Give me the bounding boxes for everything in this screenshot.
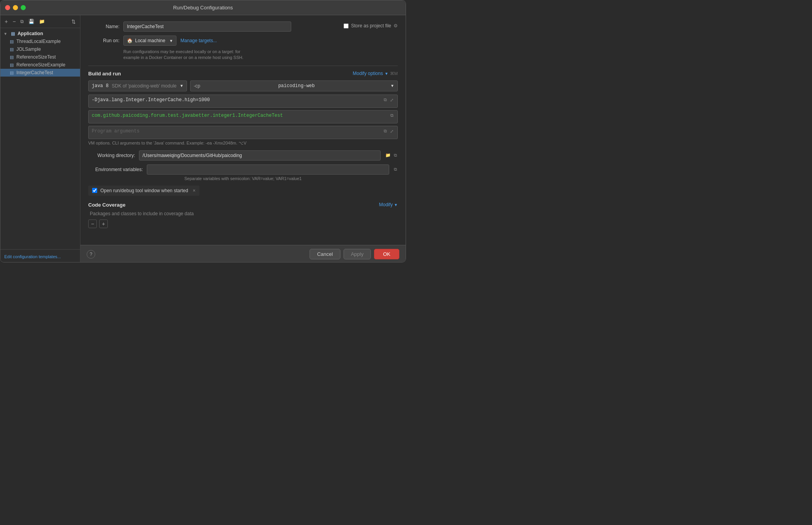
remove-config-button[interactable]: − [11, 18, 17, 25]
cp-value: paicoding-web [278, 83, 315, 89]
save-config-button[interactable]: 💾 [27, 18, 36, 25]
tree-threadlocal-label: ThreadLocalExample [16, 39, 61, 44]
open-tool-window-label: Open run/debug tool window when started [100, 188, 188, 193]
store-gear-icon[interactable]: ⚙ [394, 23, 398, 29]
name-store-row: Name: Store as project file ⚙ [88, 21, 398, 32]
content-area: Name: Store as project file ⚙ Run on: 🏠 … [80, 15, 406, 262]
working-dir-label: Working directory: [88, 153, 135, 158]
store-project-checkbox[interactable] [344, 23, 349, 29]
modify-options-shortcut: ⌘M [390, 71, 398, 76]
vm-args-copy-icon[interactable]: ⧉ [383, 97, 388, 103]
close-button[interactable] [5, 5, 10, 10]
run-on-row: Run on: 🏠 Local machine ▼ Manage targets… [88, 36, 398, 46]
sdk-chevron-icon: ▼ [180, 84, 183, 88]
title-bar: Run/Debug Configurations [0, 0, 406, 15]
working-dir-icons: 📁 ⧉ [385, 152, 398, 158]
vm-args-expand-icon[interactable]: ⤢ [389, 97, 394, 103]
coverage-remove-button[interactable]: − [88, 220, 97, 228]
env-hint: Separate variables with semicolon: VAR=v… [88, 176, 398, 181]
working-dir-input[interactable] [139, 150, 381, 161]
tree-jolsample-label: JOLSample [16, 46, 41, 52]
sort-config-button[interactable]: ⇅ [70, 18, 77, 25]
store-project-row: Store as project file ⚙ [344, 21, 398, 29]
working-dir-row: Working directory: 📁 ⧉ [88, 150, 398, 161]
traffic-lights [5, 5, 26, 10]
maximize-button[interactable] [21, 5, 26, 10]
threadlocal-folder-icon: ▤ [9, 39, 14, 44]
modify-options-button[interactable]: Modify options ▼ [353, 71, 388, 76]
env-vars-label: Environment variables: [88, 167, 143, 172]
packages-hint: Packages and classes to include in cover… [88, 211, 398, 216]
referencesizeexample-folder-icon: ▤ [9, 62, 14, 68]
sdk-suffix: SDK of 'paicoding-web' module [112, 83, 176, 89]
sdk-label: java 8 [92, 83, 109, 89]
tree-item-referencesizeexample[interactable]: ▤ ReferenceSizeExample [0, 61, 80, 69]
vm-args-icons: ⧉ ⤢ [383, 97, 394, 103]
modify-options-label: Modify options [353, 71, 383, 76]
cp-prefix: -cp [194, 83, 200, 89]
tree-integercachetest-label: IntegerCacheTest [16, 70, 53, 75]
main-class-field[interactable]: com.github.paicoding.forum.test.javabett… [88, 110, 398, 123]
program-args-field[interactable]: Program arguments ⧉ ⤢ [88, 126, 398, 139]
minimize-button[interactable] [13, 5, 18, 10]
store-project-label: Store as project file [351, 23, 391, 29]
open-tool-window-checkbox[interactable] [92, 188, 97, 193]
tree-item-integercachetest[interactable]: ▤ IntegerCacheTest [0, 69, 80, 77]
divider-1 [88, 66, 398, 66]
add-config-button[interactable]: + [4, 18, 9, 25]
copy-config-button[interactable]: ⧉ [19, 18, 25, 25]
working-dir-browse-icon[interactable]: 📁 [385, 152, 392, 158]
tree-item-application[interactable]: ▼ ▤ Application [0, 30, 80, 38]
open-tool-window-close-icon[interactable]: × [193, 188, 196, 193]
coverage-add-button[interactable]: + [99, 220, 108, 228]
vm-args-field[interactable]: -Djava.lang.Integer.IntegerCache.high=10… [88, 95, 398, 108]
ok-button[interactable]: OK [374, 249, 399, 259]
tree-item-jolsample[interactable]: ▤ JOLSample [0, 45, 80, 53]
bottom-bar: ? Cancel Apply OK [80, 245, 406, 262]
name-label: Name: [88, 24, 119, 29]
main-class-value: com.github.paicoding.forum.test.javabett… [92, 113, 283, 118]
build-run-sdk-row: java 8 SDK of 'paicoding-web' module ▼ -… [88, 80, 398, 91]
cp-chevron-icon: ▼ [390, 84, 394, 88]
sidebar-footer: Edit configuration templates... [0, 249, 80, 262]
coverage-modify-label: Modify [379, 202, 393, 207]
working-dir-copy-icon[interactable]: ⧉ [393, 152, 398, 158]
build-run-title: Build and run [88, 71, 121, 77]
coverage-remove-icon: − [91, 221, 94, 227]
bottom-left: ? [87, 250, 95, 259]
env-vars-row: Environment variables: ⧉ [88, 164, 398, 175]
run-on-home-icon: 🏠 [127, 38, 133, 43]
tree-referencesizetest-label: ReferenceSizeTest [16, 54, 56, 60]
apply-button[interactable]: Apply [344, 249, 371, 259]
run-on-value: Local machine [135, 38, 165, 43]
tree-referencesizeexample-label: ReferenceSizeExample [16, 62, 65, 68]
help-button[interactable]: ? [87, 250, 95, 259]
env-vars-input[interactable] [147, 164, 389, 175]
coverage-toolbar: − + [88, 220, 398, 228]
cancel-button[interactable]: Cancel [310, 249, 340, 259]
sidebar: + − ⧉ 💾 📁 ⇅ ▼ ▤ Application [0, 15, 80, 262]
coverage-modify-chevron-icon: ▼ [394, 203, 398, 207]
coverage-modify-button[interactable]: Modify ▼ [379, 202, 398, 207]
env-vars-copy-icon[interactable]: ⧉ [393, 166, 398, 172]
run-on-dropdown[interactable]: 🏠 Local machine ▼ [123, 36, 176, 46]
referencesizetest-folder-icon: ▤ [9, 54, 14, 60]
help-icon: ? [90, 252, 93, 257]
edit-templates-link[interactable]: Edit configuration templates... [4, 254, 61, 259]
tree-item-threadlocal[interactable]: ▤ ThreadLocalExample [0, 38, 80, 45]
tree-arrow-icon: ▼ [4, 32, 7, 36]
bottom-right: Cancel Apply OK [310, 249, 399, 259]
name-input[interactable] [123, 21, 291, 32]
folder-config-button[interactable]: 📁 [38, 18, 46, 25]
cp-dropdown[interactable]: -cp paicoding-web ▼ [190, 80, 398, 91]
sdk-dropdown[interactable]: java 8 SDK of 'paicoding-web' module ▼ [88, 80, 187, 91]
coverage-section-title: Code Coverage [88, 202, 125, 208]
program-args-placeholder: Program arguments [92, 129, 139, 134]
tree-item-referencesizetest[interactable]: ▤ ReferenceSizeTest [0, 53, 80, 61]
main-class-copy-icon[interactable]: ⧉ [390, 113, 394, 118]
program-args-expand-icon[interactable]: ⤢ [389, 129, 394, 134]
sidebar-toolbar: + − ⧉ 💾 📁 ⇅ [0, 15, 80, 28]
program-args-copy-icon[interactable]: ⧉ [383, 129, 388, 134]
sidebar-tree: ▼ ▤ Application ▤ ThreadLocalExample ▤ J… [0, 28, 80, 249]
manage-targets-link[interactable]: Manage targets... [180, 38, 217, 43]
